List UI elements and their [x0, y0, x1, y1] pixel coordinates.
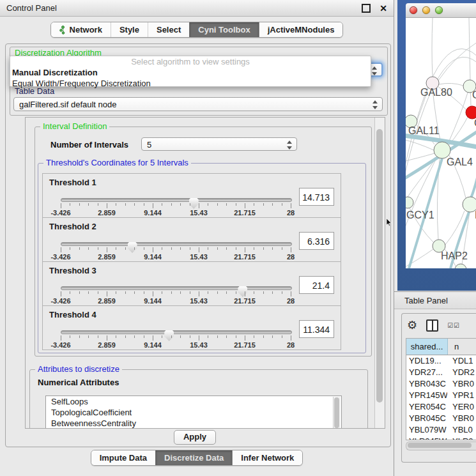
- zoom-traffic-light[interactable]: [435, 6, 443, 14]
- interval-definition-group: Interval Definition Number of Intervals …: [35, 127, 372, 357]
- table-panel-header: Table Panel: [394, 291, 476, 309]
- threshold-value-field[interactable]: 21.4: [299, 276, 334, 294]
- attributes-list-scrollbar[interactable]: [333, 397, 341, 429]
- control-panel-titlebar: Control Panel ✕: [0, 0, 394, 17]
- tab-cyni-toolbox[interactable]: Cyni Toolbox: [189, 22, 258, 37]
- network-window-titlebar[interactable]: [406, 3, 476, 18]
- slider-track[interactable]: [61, 286, 292, 290]
- tab-discretize-data[interactable]: Discretize Data: [155, 450, 232, 465]
- panel-title: Control Panel: [6, 3, 57, 13]
- table-row[interactable]: YPR145WYPR1: [406, 390, 476, 401]
- tab-infer-network[interactable]: Infer Network: [232, 450, 302, 465]
- settings-vertical-scrollbar[interactable]: [374, 118, 385, 428]
- network-edge[interactable]: [439, 83, 463, 86]
- dropdown-placeholder-item[interactable]: Select algorithm to view settings: [10, 56, 371, 67]
- threshold-value-field[interactable]: 6.316: [299, 232, 334, 250]
- column-header-name[interactable]: n: [448, 339, 476, 355]
- threshold-label: Threshold 2: [49, 222, 96, 231]
- top-tabbar: Network Style Select Cyni Toolbox jActiv…: [0, 22, 394, 38]
- table-panel-toolbar: ⚙ ☑☑: [407, 318, 474, 333]
- network-node-label-top-right: G: [472, 89, 476, 100]
- interval-definition-title: Interval Definition: [40, 121, 109, 131]
- attribute-item[interactable]: TopologicalCoefficient: [46, 407, 341, 418]
- mouse-cursor: [386, 219, 392, 226]
- attributes-group-title: Attributes to discretize: [35, 364, 122, 374]
- network-edge[interactable]: [448, 93, 468, 144]
- tab-jactivemnodules[interactable]: jActiveMNodules: [259, 22, 343, 37]
- threshold-slider: -3.4262.8599.14415.4321.71528: [61, 282, 291, 304]
- network-edge-heavy[interactable]: [471, 178, 476, 198]
- threshold-label: Threshold 4: [49, 310, 96, 319]
- attribute-item[interactable]: SelfLoops: [46, 396, 341, 407]
- network-node-bottom-node[interactable]: [455, 264, 466, 268]
- network-node-label-GAL80: GAL80: [420, 87, 452, 98]
- apply-button[interactable]: Apply: [174, 430, 216, 445]
- tab-network[interactable]: Network: [51, 22, 111, 37]
- table-row[interactable]: YLR345WYLR3: [406, 436, 476, 440]
- slider-ticks: [61, 203, 291, 209]
- threshold-block-1: Threshold 1 -3.4262.8599.14415.4321.7152…: [42, 173, 341, 218]
- tab-network-label: Network: [70, 22, 102, 37]
- network-node-GCY1[interactable]: [406, 197, 413, 208]
- checkbox-icons[interactable]: ☑☑: [447, 322, 460, 329]
- column-header-shared-name[interactable]: shared...: [406, 339, 448, 355]
- table-row[interactable]: YBR045CYBR0: [406, 413, 476, 424]
- control-panel: Control Panel ✕ Network Style Select Cyn…: [0, 0, 394, 476]
- float-window-icon[interactable]: [362, 4, 371, 13]
- threshold-slider: -3.4262.8599.14415.4321.71528: [61, 326, 291, 348]
- attribute-item[interactable]: BetweennessCentrality: [46, 418, 341, 429]
- network-node-label-GAL4: GAL4: [447, 157, 473, 167]
- slider-ticks: [61, 291, 291, 297]
- close-icon[interactable]: ✕: [380, 5, 387, 12]
- slider-ticks: [61, 335, 291, 341]
- threshold-label: Threshold 1: [49, 178, 96, 187]
- slider-tick-labels: -3.4262.8599.14415.4321.71528: [61, 297, 291, 305]
- numerical-attributes-list: SelfLoopsTopologicalCoefficientBetweenne…: [45, 395, 342, 429]
- table-panel-body: ⚙ ☑☑ shared... n YDL19...YDL1YDR27...YDR…: [401, 313, 476, 463]
- threshold-value-field[interactable]: 11.344: [299, 320, 334, 338]
- bottom-tabbar: Impute Data Discretize Data Infer Networ…: [0, 450, 394, 466]
- attributes-group: Attributes to discretize Numerical Attri…: [29, 369, 368, 429]
- tab-impute-data[interactable]: Impute Data: [91, 450, 155, 465]
- network-edge[interactable]: [445, 211, 464, 245]
- thresholds-group: Threshold's Coordinates for 5 Intervals …: [38, 163, 366, 353]
- dropdown-option-equal-width[interactable]: Equal Width/Frequency Discretization: [10, 78, 371, 89]
- network-edge[interactable]: [432, 18, 433, 77]
- right-side: GAL80GCGAL11GAL4GCY1HHAP2 Table Panel ⚙ …: [394, 0, 476, 476]
- num-intervals-select[interactable]: 5: [141, 137, 297, 151]
- tab-select[interactable]: Select: [148, 22, 189, 37]
- network-window: GAL80GCGAL11GAL4GCY1HHAP2: [397, 0, 476, 291]
- network-node-H-node[interactable]: [463, 197, 476, 212]
- threshold-slider: -3.4262.8599.14415.4321.71528: [61, 238, 291, 260]
- table-row[interactable]: YER054CYER0: [406, 401, 476, 413]
- node-table: shared... n YDL19...YDL1YDR27...YDR2YBR0…: [406, 338, 476, 440]
- threshold-label: Threshold 3: [49, 266, 96, 275]
- network-node-red-node[interactable]: [466, 106, 476, 119]
- combo-stepper-icon: [372, 66, 378, 76]
- table-horizontal-scrollbar[interactable]: [406, 441, 476, 450]
- num-intervals-value: 5: [147, 140, 151, 150]
- table-panel-title: Table Panel: [404, 296, 448, 305]
- slider-track[interactable]: [61, 198, 292, 202]
- table-row[interactable]: YDR27...YDR2: [406, 367, 476, 378]
- slider-track[interactable]: [61, 330, 292, 334]
- network-canvas[interactable]: GAL80GCGAL11GAL4GCY1HHAP2: [406, 18, 476, 268]
- minimize-traffic-light[interactable]: [422, 6, 430, 14]
- slider-tick-labels: -3.4262.8599.14415.4321.71528: [61, 209, 291, 217]
- cyni-settings-panel: Discretization Algorithm Select algorith…: [5, 43, 391, 447]
- dropdown-option-manual[interactable]: Manual Discretization: [10, 67, 371, 78]
- tab-style[interactable]: Style: [111, 22, 148, 37]
- combo-stepper-icon: [287, 140, 293, 150]
- table-row[interactable]: YBL079WYBL0: [406, 424, 476, 436]
- threshold-slider: -3.4262.8599.14415.4321.71528: [61, 194, 291, 216]
- threshold-block-3: Threshold 3 -3.4262.8599.14415.4321.7152…: [42, 261, 341, 306]
- table-row[interactable]: YBR043CYBR0: [406, 378, 476, 390]
- close-traffic-light[interactable]: [410, 6, 417, 14]
- gear-icon[interactable]: ⚙: [407, 319, 417, 332]
- slider-track[interactable]: [61, 242, 292, 246]
- split-columns-icon[interactable]: [426, 319, 438, 332]
- table-row[interactable]: YDL19...YDL1: [406, 355, 476, 367]
- slider-tick-labels: -3.4262.8599.14415.4321.71528: [61, 341, 291, 349]
- threshold-value-field[interactable]: 14.713: [299, 188, 334, 206]
- slider-tick-labels: -3.4262.8599.14415.4321.71528: [61, 253, 291, 261]
